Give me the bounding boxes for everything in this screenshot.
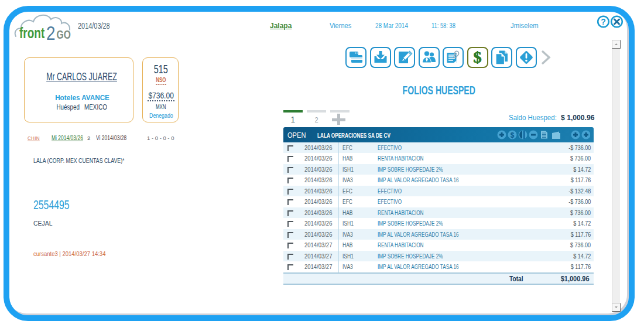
svg-text:front: front (19, 25, 45, 41)
svg-text:2: 2 (46, 22, 56, 41)
svg-text:$: $ (511, 131, 515, 139)
svg-text:GO: GO (57, 28, 71, 41)
svg-text:?: ? (601, 17, 606, 26)
